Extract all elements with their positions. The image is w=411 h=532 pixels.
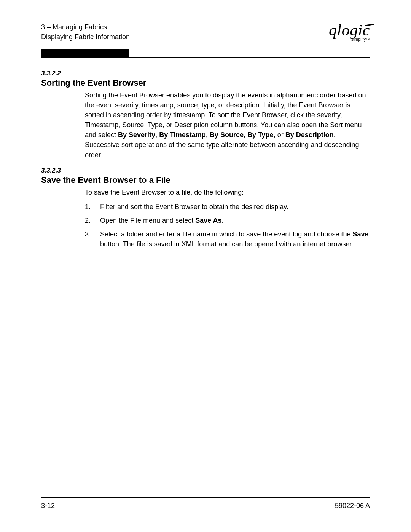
section-sorting: 3.3.2.2 Sorting the Event Browser Sortin… bbox=[41, 70, 370, 160]
header-subline: Displaying Fabric Information bbox=[41, 32, 130, 42]
section-content: To save the Event Browser to a file, do … bbox=[85, 187, 370, 249]
section-save-file: 3.3.2.3 Save the Event Browser to a File… bbox=[41, 167, 370, 249]
section-number: 3.3.2.2 bbox=[41, 70, 370, 77]
bold-by-severity: By Severity bbox=[118, 131, 155, 139]
page: 3 – Managing Fabrics Displaying Fabric I… bbox=[0, 0, 411, 532]
step-text-pre: Open the File menu and select bbox=[100, 217, 195, 224]
bold-by-type: By Type bbox=[247, 131, 274, 139]
step-text-pre: Select a folder and enter a file name in… bbox=[100, 230, 352, 238]
page-number: 3-12 bbox=[41, 502, 55, 510]
bold-save-as: Save As bbox=[195, 217, 221, 224]
section-number: 3.3.2.3 bbox=[41, 167, 370, 174]
list-item: 2. Open the File menu and select Save As… bbox=[85, 216, 370, 225]
step-text-post: button. The file is saved in XML format … bbox=[100, 240, 353, 248]
step-text: Filter and sort the Event Browser to obt… bbox=[100, 202, 288, 212]
page-footer: 3-12 59022-06 A bbox=[41, 497, 370, 510]
page-header: 3 – Managing Fabrics Displaying Fabric I… bbox=[41, 22, 370, 44]
logo-text: qlogic bbox=[329, 22, 370, 38]
step-number: 2. bbox=[85, 216, 100, 225]
header-left: 3 – Managing Fabrics Displaying Fabric I… bbox=[41, 22, 130, 42]
footer-row: 3-12 59022-06 A bbox=[41, 502, 370, 510]
list-item: 3. Select a folder and enter a file name… bbox=[85, 229, 370, 249]
footer-divider bbox=[41, 497, 370, 498]
sep: , bbox=[244, 131, 247, 139]
step-text: Select a folder and enter a file name in… bbox=[100, 229, 370, 249]
section-title: Save the Event Browser to a File bbox=[41, 175, 370, 185]
body: 3.3.2.2 Sorting the Event Browser Sortin… bbox=[41, 58, 370, 249]
header-black-bar bbox=[41, 49, 129, 57]
header-rule bbox=[41, 49, 370, 58]
section-intro: To save the Event Browser to a file, do … bbox=[85, 187, 370, 197]
sep: , bbox=[155, 131, 159, 139]
step-text: Open the File menu and select Save As. bbox=[100, 216, 224, 225]
bold-by-description: By Description bbox=[285, 131, 334, 139]
document-id: 59022-06 A bbox=[335, 502, 370, 510]
step-text-post: . bbox=[222, 217, 224, 224]
section-paragraph: Sorting the Event Browser enables you to… bbox=[85, 90, 370, 160]
step-number: 3. bbox=[85, 229, 100, 239]
header-right: qlogic Simplify™ bbox=[329, 22, 370, 42]
bold-by-source: By Source bbox=[210, 131, 244, 139]
section-title: Sorting the Event Browser bbox=[41, 78, 370, 88]
bold-by-timestamp: By Timestamp bbox=[159, 131, 206, 139]
step-list: 1. Filter and sort the Event Browser to … bbox=[85, 202, 370, 249]
step-number: 1. bbox=[85, 202, 100, 212]
bold-save: Save bbox=[352, 230, 368, 238]
sep: , bbox=[206, 131, 210, 139]
list-item: 1. Filter and sort the Event Browser to … bbox=[85, 202, 370, 212]
sep: , or bbox=[274, 131, 285, 139]
chapter-line: 3 – Managing Fabrics bbox=[41, 22, 130, 32]
